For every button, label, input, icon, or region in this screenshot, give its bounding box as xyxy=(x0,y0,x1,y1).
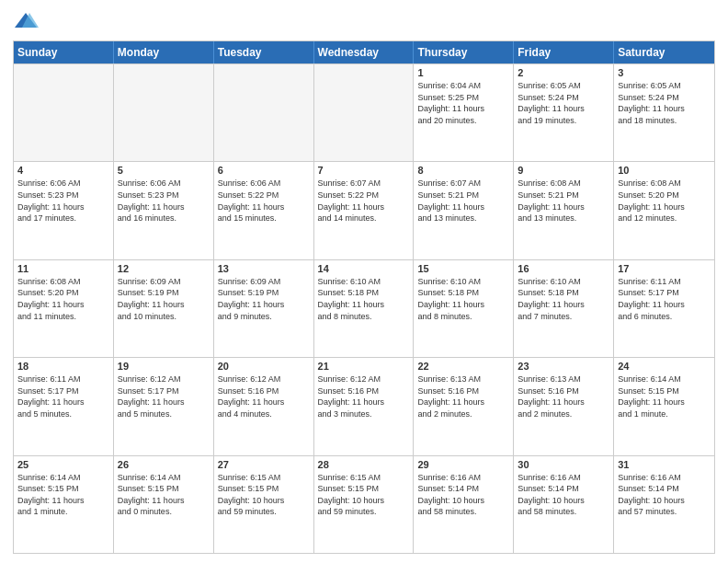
day-info: Sunrise: 6:15 AM Sunset: 5:15 PM Dayligh… xyxy=(318,472,410,518)
cal-cell xyxy=(114,64,214,161)
day-number: 31 xyxy=(618,459,711,470)
cal-cell: 17Sunrise: 6:11 AM Sunset: 5:17 PM Dayli… xyxy=(614,260,714,357)
day-number: 28 xyxy=(318,459,410,470)
day-info: Sunrise: 6:06 AM Sunset: 5:23 PM Dayligh… xyxy=(118,178,210,224)
cal-week: 25Sunrise: 6:14 AM Sunset: 5:15 PM Dayli… xyxy=(14,455,714,553)
day-number: 29 xyxy=(417,459,509,470)
cal-cell: 19Sunrise: 6:12 AM Sunset: 5:17 PM Dayli… xyxy=(114,358,214,454)
day-number: 10 xyxy=(618,165,711,176)
day-info: Sunrise: 6:11 AM Sunset: 5:17 PM Dayligh… xyxy=(17,373,109,419)
cal-header-cell: Wednesday xyxy=(314,41,415,63)
day-number: 7 xyxy=(318,165,410,176)
day-number: 4 xyxy=(17,165,109,176)
cal-cell: 4Sunrise: 6:06 AM Sunset: 5:23 PM Daylig… xyxy=(14,162,114,259)
cal-cell: 11Sunrise: 6:08 AM Sunset: 5:20 PM Dayli… xyxy=(14,260,114,357)
day-number: 25 xyxy=(17,459,109,470)
day-number: 17 xyxy=(618,263,711,274)
cal-cell: 16Sunrise: 6:10 AM Sunset: 5:18 PM Dayli… xyxy=(514,260,614,357)
cal-cell: 27Sunrise: 6:15 AM Sunset: 5:15 PM Dayli… xyxy=(214,456,314,553)
cal-week: 4Sunrise: 6:06 AM Sunset: 5:23 PM Daylig… xyxy=(14,161,714,259)
cal-cell: 26Sunrise: 6:14 AM Sunset: 5:15 PM Dayli… xyxy=(114,456,214,553)
calendar: SundayMondayTuesdayWednesdayThursdayFrid… xyxy=(13,40,715,554)
cal-week: 11Sunrise: 6:08 AM Sunset: 5:20 PM Dayli… xyxy=(14,259,714,357)
cal-cell: 25Sunrise: 6:14 AM Sunset: 5:15 PM Dayli… xyxy=(14,456,114,553)
cal-cell: 30Sunrise: 6:16 AM Sunset: 5:14 PM Dayli… xyxy=(514,456,614,553)
cal-cell: 14Sunrise: 6:10 AM Sunset: 5:18 PM Dayli… xyxy=(314,260,415,357)
day-info: Sunrise: 6:08 AM Sunset: 5:21 PM Dayligh… xyxy=(518,178,609,224)
cal-cell: 12Sunrise: 6:09 AM Sunset: 5:19 PM Dayli… xyxy=(114,260,214,357)
day-number: 24 xyxy=(618,361,711,372)
cal-header-cell: Friday xyxy=(514,41,614,63)
day-info: Sunrise: 6:12 AM Sunset: 5:16 PM Dayligh… xyxy=(318,373,410,419)
day-info: Sunrise: 6:14 AM Sunset: 5:15 PM Dayligh… xyxy=(17,472,109,518)
day-info: Sunrise: 6:13 AM Sunset: 5:16 PM Dayligh… xyxy=(417,373,509,419)
day-info: Sunrise: 6:11 AM Sunset: 5:17 PM Dayligh… xyxy=(618,276,711,322)
day-number: 26 xyxy=(118,459,210,470)
cal-cell: 13Sunrise: 6:09 AM Sunset: 5:19 PM Dayli… xyxy=(214,260,314,357)
calendar-body: 1Sunrise: 6:04 AM Sunset: 5:25 PM Daylig… xyxy=(14,63,714,553)
day-info: Sunrise: 6:06 AM Sunset: 5:22 PM Dayligh… xyxy=(218,178,310,224)
day-info: Sunrise: 6:05 AM Sunset: 5:24 PM Dayligh… xyxy=(618,80,711,126)
day-info: Sunrise: 6:05 AM Sunset: 5:24 PM Dayligh… xyxy=(518,80,609,126)
day-info: Sunrise: 6:16 AM Sunset: 5:14 PM Dayligh… xyxy=(518,472,609,518)
day-number: 11 xyxy=(17,263,109,274)
day-number: 1 xyxy=(417,67,509,78)
day-info: Sunrise: 6:14 AM Sunset: 5:15 PM Dayligh… xyxy=(618,373,711,419)
day-number: 9 xyxy=(518,165,609,176)
day-number: 2 xyxy=(518,67,609,78)
day-info: Sunrise: 6:16 AM Sunset: 5:14 PM Dayligh… xyxy=(417,472,509,518)
cal-cell: 10Sunrise: 6:08 AM Sunset: 5:20 PM Dayli… xyxy=(614,162,714,259)
logo-icon xyxy=(13,9,39,35)
cal-cell: 23Sunrise: 6:13 AM Sunset: 5:16 PM Dayli… xyxy=(514,358,614,454)
cal-cell: 28Sunrise: 6:15 AM Sunset: 5:15 PM Dayli… xyxy=(314,456,415,553)
day-number: 12 xyxy=(118,263,210,274)
day-info: Sunrise: 6:13 AM Sunset: 5:16 PM Dayligh… xyxy=(518,373,609,419)
logo xyxy=(13,9,42,35)
day-number: 3 xyxy=(618,67,711,78)
cal-cell: 29Sunrise: 6:16 AM Sunset: 5:14 PM Dayli… xyxy=(414,456,514,553)
page: SundayMondayTuesdayWednesdayThursdayFrid… xyxy=(0,0,728,563)
cal-week: 1Sunrise: 6:04 AM Sunset: 5:25 PM Daylig… xyxy=(14,63,714,161)
day-info: Sunrise: 6:16 AM Sunset: 5:14 PM Dayligh… xyxy=(618,472,711,518)
day-info: Sunrise: 6:04 AM Sunset: 5:25 PM Dayligh… xyxy=(417,80,509,126)
day-number: 23 xyxy=(518,361,609,372)
cal-cell: 8Sunrise: 6:07 AM Sunset: 5:21 PM Daylig… xyxy=(414,162,514,259)
cal-cell: 2Sunrise: 6:05 AM Sunset: 5:24 PM Daylig… xyxy=(514,64,614,161)
cal-cell: 22Sunrise: 6:13 AM Sunset: 5:16 PM Dayli… xyxy=(414,358,514,454)
day-number: 13 xyxy=(218,263,310,274)
cal-cell: 3Sunrise: 6:05 AM Sunset: 5:24 PM Daylig… xyxy=(614,64,714,161)
day-number: 8 xyxy=(417,165,509,176)
day-number: 20 xyxy=(218,361,310,372)
day-number: 14 xyxy=(318,263,410,274)
day-number: 19 xyxy=(118,361,210,372)
day-info: Sunrise: 6:15 AM Sunset: 5:15 PM Dayligh… xyxy=(218,472,310,518)
cal-cell: 9Sunrise: 6:08 AM Sunset: 5:21 PM Daylig… xyxy=(514,162,614,259)
day-number: 5 xyxy=(118,165,210,176)
cal-cell: 1Sunrise: 6:04 AM Sunset: 5:25 PM Daylig… xyxy=(414,64,514,161)
cal-cell: 18Sunrise: 6:11 AM Sunset: 5:17 PM Dayli… xyxy=(14,358,114,454)
header xyxy=(13,9,715,35)
day-info: Sunrise: 6:10 AM Sunset: 5:18 PM Dayligh… xyxy=(417,276,509,322)
cal-cell: 7Sunrise: 6:07 AM Sunset: 5:22 PM Daylig… xyxy=(314,162,415,259)
cal-cell xyxy=(14,64,114,161)
day-info: Sunrise: 6:10 AM Sunset: 5:18 PM Dayligh… xyxy=(318,276,410,322)
day-info: Sunrise: 6:06 AM Sunset: 5:23 PM Dayligh… xyxy=(17,178,109,224)
day-number: 15 xyxy=(417,263,509,274)
day-info: Sunrise: 6:07 AM Sunset: 5:22 PM Dayligh… xyxy=(318,178,410,224)
day-info: Sunrise: 6:08 AM Sunset: 5:20 PM Dayligh… xyxy=(618,178,711,224)
cal-header-cell: Tuesday xyxy=(214,41,314,63)
day-info: Sunrise: 6:10 AM Sunset: 5:18 PM Dayligh… xyxy=(518,276,609,322)
day-number: 16 xyxy=(518,263,609,274)
cal-cell xyxy=(314,64,415,161)
day-info: Sunrise: 6:08 AM Sunset: 5:20 PM Dayligh… xyxy=(17,276,109,322)
day-number: 27 xyxy=(218,459,310,470)
cal-cell: 24Sunrise: 6:14 AM Sunset: 5:15 PM Dayli… xyxy=(614,358,714,454)
day-info: Sunrise: 6:09 AM Sunset: 5:19 PM Dayligh… xyxy=(218,276,310,322)
day-number: 18 xyxy=(17,361,109,372)
cal-cell: 5Sunrise: 6:06 AM Sunset: 5:23 PM Daylig… xyxy=(114,162,214,259)
day-number: 30 xyxy=(518,459,609,470)
day-number: 21 xyxy=(318,361,410,372)
day-info: Sunrise: 6:07 AM Sunset: 5:21 PM Dayligh… xyxy=(417,178,509,224)
cal-week: 18Sunrise: 6:11 AM Sunset: 5:17 PM Dayli… xyxy=(14,357,714,454)
day-number: 6 xyxy=(218,165,310,176)
